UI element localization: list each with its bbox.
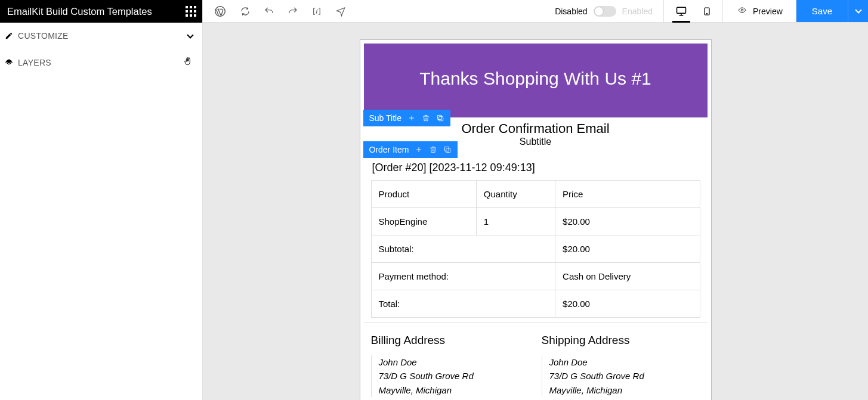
chevron-down-icon (187, 32, 193, 38)
save-button[interactable]: Save (796, 0, 848, 22)
enable-toggle-group: Disabled Enabled (555, 0, 663, 22)
layers-icon (5, 58, 13, 67)
save-more-button[interactable] (848, 0, 868, 22)
hero-title: Thanks Shopping With Us #1 (370, 69, 702, 89)
refresh-icon[interactable] (240, 6, 251, 17)
shortcode-icon[interactable] (311, 6, 322, 17)
order-item-block[interactable]: Order Item [Order #20] [2023-11-12 09:49… (364, 151, 708, 323)
cell-product: ShopEngine (371, 208, 476, 235)
svg-point-3 (706, 13, 707, 14)
order-table: Product Quantity Price ShopEngine 1 $20.… (371, 180, 700, 318)
sidebar-item-label: CUSTOMIZE (18, 31, 69, 41)
widget-handle-label: Order Item (369, 145, 409, 154)
sidebar-header: EmailKit Build Custom Templates (0, 0, 202, 23)
device-tablet-icon[interactable] (702, 5, 712, 17)
sidebar-item-layers[interactable]: LAYERS (0, 49, 202, 76)
table-row: Product Quantity Price (371, 181, 700, 208)
table-row: Subtotal: $20.00 (371, 235, 700, 263)
address-line: Mayville, Michigan (549, 383, 700, 397)
section-title: Order Confirmation Email (364, 121, 708, 137)
address-line: 73/D G South Grove Rd (549, 369, 700, 383)
duplicate-icon[interactable] (443, 145, 452, 154)
svg-rect-7 (446, 148, 450, 153)
address-title: Shipping Address (542, 334, 700, 347)
apps-grid-icon[interactable] (186, 6, 196, 17)
sidebar-item-label: LAYERS (18, 58, 51, 67)
svg-rect-1 (677, 7, 686, 13)
main-area: Disabled Enabled Preview Save (203, 0, 868, 400)
order-meta: [Order #20] [2023-11-12 09:49:13] (371, 157, 700, 180)
table-row: Payment method: Cash on Delivery (371, 263, 700, 290)
svg-rect-8 (445, 147, 449, 151)
table-row: Total: $20.00 (371, 290, 700, 318)
svg-point-4 (741, 9, 743, 11)
col-header-price: Price (555, 181, 700, 208)
billing-address: Billing Address John Doe 73/D G South Gr… (371, 334, 530, 397)
address-line: John Doe (549, 355, 700, 369)
toggle-enabled-label: Enabled (622, 7, 653, 16)
preview-label: Preview (753, 7, 783, 16)
summary-label: Total: (371, 290, 555, 318)
pencil-icon (5, 32, 13, 40)
summary-label: Subtotal: (371, 235, 555, 263)
addresses-row: Billing Address John Doe 73/D G South Gr… (364, 323, 708, 399)
app-title: EmailKit Build Custom Templates (7, 6, 152, 17)
address-line: 73/D G South Grove Rd (379, 369, 530, 383)
enable-toggle[interactable] (594, 6, 616, 17)
shipping-address: Shipping Address John Doe 73/D G South G… (542, 334, 700, 397)
cell-quantity: 1 (476, 208, 555, 235)
undo-icon[interactable] (264, 6, 274, 17)
email-frame: Thanks Shopping With Us #1 Sub Title Ord… (360, 39, 712, 400)
eye-icon (736, 6, 748, 16)
summary-label: Payment method: (371, 263, 555, 290)
col-header-product: Product (371, 181, 476, 208)
summary-value: $20.00 (555, 235, 700, 263)
editor-canvas[interactable]: Thanks Shopping With Us #1 Sub Title Ord… (203, 23, 868, 400)
table-row: ShopEngine 1 $20.00 (371, 208, 700, 235)
cursor-hand-icon (183, 57, 193, 69)
toggle-disabled-label: Disabled (555, 7, 587, 16)
trash-icon[interactable] (429, 145, 437, 154)
topbar: Disabled Enabled Preview Save (203, 0, 868, 23)
sidebar: EmailKit Build Custom Templates CUSTOMIZ… (0, 0, 203, 400)
address-title: Billing Address (371, 334, 530, 347)
widget-handle-order-item[interactable]: Order Item (363, 141, 458, 158)
chevron-down-icon (855, 7, 861, 13)
summary-value: $20.00 (555, 290, 700, 318)
email-hero[interactable]: Thanks Shopping With Us #1 Sub Title (364, 44, 708, 117)
sidebar-item-customize[interactable]: CUSTOMIZE (0, 23, 202, 49)
redo-icon[interactable] (288, 6, 298, 17)
device-desktop-icon[interactable] (675, 5, 688, 17)
col-header-quantity: Quantity (476, 181, 555, 208)
address-line: John Doe (379, 355, 530, 369)
plus-icon[interactable] (415, 145, 423, 154)
preview-button[interactable]: Preview (723, 0, 796, 22)
send-icon[interactable] (335, 6, 346, 17)
wordpress-logo-icon[interactable] (214, 5, 227, 18)
cell-price: $20.00 (555, 208, 700, 235)
address-line: Mayville, Michigan (379, 383, 530, 397)
summary-value: Cash on Delivery (555, 263, 700, 290)
